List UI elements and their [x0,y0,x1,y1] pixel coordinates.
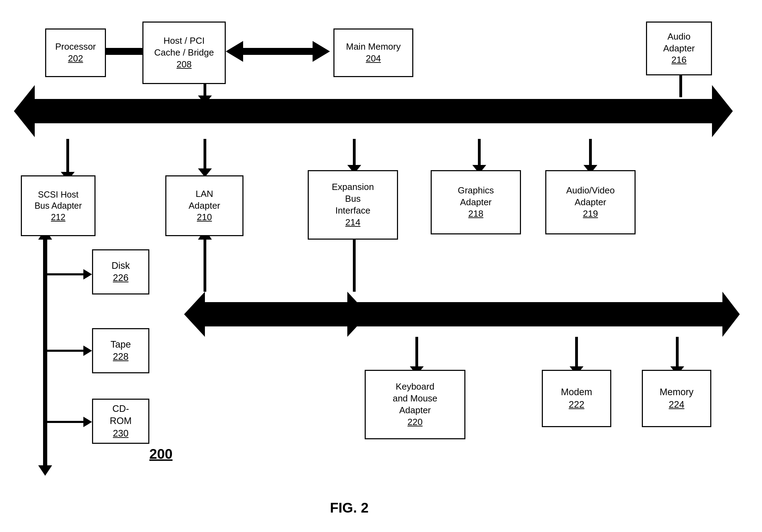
memory-label: Memory [660,386,694,398]
disk-label: Disk [111,260,130,272]
bus-audiovideo-arrow [583,139,597,174]
scsi-box: SCSI HostBus Adapter 212 [21,175,96,236]
svg-marker-13 [198,95,212,104]
scsi-vertical-arrow [38,229,52,476]
bus2-keyboard-arrow [410,337,424,375]
audio-video-label: Audio/VideoAdapter [566,185,615,208]
memory-number: 224 [669,399,684,411]
host-pci-label: Host / PCICache / Bridge [154,35,214,59]
tape-box: Tape 228 [92,328,149,373]
svg-marker-4 [35,85,733,137]
svg-marker-36 [205,292,368,337]
keyboard-mouse-number: 220 [407,416,422,428]
svg-marker-31 [83,269,92,280]
scsi-number: 212 [51,211,66,223]
main-memory-box: Main Memory 204 [333,28,413,77]
svg-marker-33 [83,346,92,356]
tape-number: 228 [113,351,129,363]
audio-video-box: Audio/VideoAdapter 219 [545,170,636,234]
cdrom-box: CD-ROM 230 [92,399,149,444]
host-pci-box: Host / PCICache / Bridge 208 [142,22,226,84]
svg-marker-5 [14,85,35,137]
processor-label: Processor [55,41,96,53]
bus2-modem-arrow [570,337,583,375]
memory-box: Memory 224 [642,370,711,427]
audio-video-number: 219 [583,208,598,220]
modem-label: Modem [561,386,592,398]
audio-adapter-number: 216 [671,54,686,66]
processor-number: 202 [68,53,83,65]
svg-marker-10 [226,41,243,62]
lan-label: LANAdapter [189,188,220,212]
svg-rect-9 [243,48,313,55]
scsi-label: SCSI HostBus Adapter [34,189,82,211]
svg-marker-35 [83,417,92,427]
modem-box: Modem 222 [542,370,611,427]
modem-number: 222 [569,399,584,411]
bus2-memory-arrow [670,337,684,375]
host-pci-number: 208 [176,59,191,70]
graphics-box: GraphicsAdapter 218 [431,170,521,234]
svg-marker-40 [347,292,740,337]
bus-scsi-arrow [61,139,75,181]
graphics-label: GraphicsAdapter [458,185,494,208]
scsi-disk-arrow [45,269,92,280]
keyboard-mouse-box: Keyboardand MouseAdapter 220 [365,370,465,439]
processor-box: Processor 202 [45,28,106,77]
lan-number: 210 [197,211,212,223]
bus-graphics-arrow [472,139,486,174]
expansion-bus-box: ExpansionBusInterface 214 [308,170,398,240]
main-memory-number: 204 [366,53,381,65]
figure-label: FIG. 2 [330,500,368,516]
keyboard-mouse-label: Keyboardand MouseAdapter [393,381,438,416]
bus-lan-arrow [198,139,212,177]
main-bus [14,85,733,137]
diagram-number: 200 [149,446,173,462]
disk-box: Disk 226 [92,249,149,294]
expansion-bus-number: 214 [345,217,360,228]
tape-label: Tape [110,339,131,351]
bus-expansion-arrow [347,139,361,174]
diagram: Processor 202 Host / PCICache / Bridge 2… [0,0,762,532]
audio-adapter-box: AudioAdapter 216 [646,22,712,75]
svg-marker-37 [184,292,205,337]
host-memory-arrow [226,41,330,62]
expansion-bus-label: ExpansionBusInterface [332,181,374,216]
scsi-tape-arrow [45,346,92,356]
audio-adapter-label: AudioAdapter [663,31,695,55]
lan-expansion-arrow [184,292,368,337]
lan-box: LANAdapter 210 [165,175,243,236]
lan-up-arrow [198,229,212,292]
scsi-cdrom-arrow [45,417,92,427]
cdrom-number: 230 [113,427,129,440]
bus-label: Bus 206 [236,104,280,116]
expansion-secondary-bus [347,292,740,337]
svg-marker-29 [38,465,52,476]
disk-number: 226 [113,272,129,284]
graphics-number: 218 [468,208,483,220]
svg-marker-11 [313,41,330,62]
cdrom-label: CD-ROM [110,403,132,427]
main-memory-label: Main Memory [346,41,400,53]
